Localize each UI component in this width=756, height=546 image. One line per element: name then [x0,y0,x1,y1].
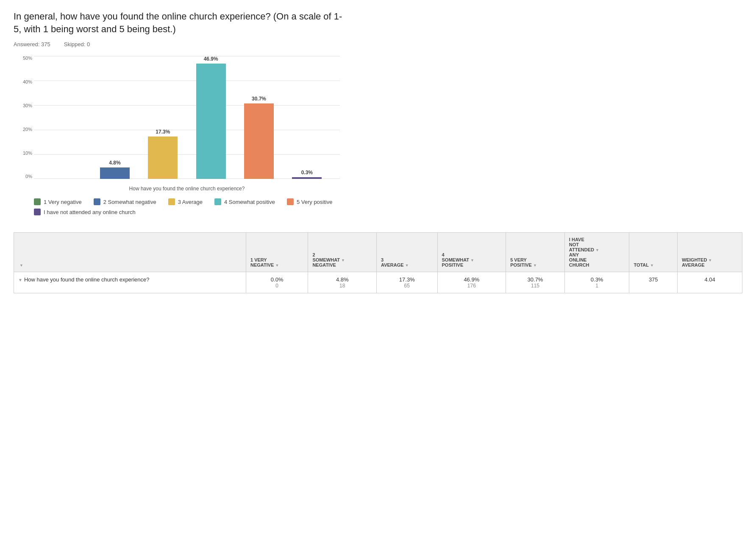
expand-arrow[interactable]: ▼ [18,278,22,282]
bar [292,177,322,179]
td-not-attended: 0.3%1 [564,272,629,293]
td-very-positive: 30.7%115 [506,272,565,293]
td-very-negative: 0.0%0 [246,272,308,293]
sort-arrow[interactable]: ▼ [533,263,537,267]
chart-legend: 1 Very negative2 Somewhat negative3 Aver… [34,198,344,215]
question-title: In general, how have you found the onlin… [14,10,344,35]
bar-group-5: 0.3% [287,170,327,179]
x-axis-label: How have you found the online church exp… [34,186,340,192]
td-question: ▼How have you found the online church ex… [14,272,246,293]
th-very-positive: 5 VERYPOSITIVE▼ [506,233,565,272]
bar [196,64,226,179]
bar-value-label: 17.3% [156,129,170,135]
bar-group-3: 46.9% [191,56,231,179]
th-somewhat-positive: 4SOMEWHAT▼POSITIVE [437,233,506,272]
legend-item: 3 Average [168,198,203,205]
legend-label: 2 Somewhat negative [103,199,156,205]
bars-row: 4.8%17.3%46.9%30.7%0.3% [34,56,340,179]
sort-arrow[interactable]: ▼ [708,258,712,262]
skipped-label: Skipped: 0 [64,41,90,47]
legend-item: I have not attended any online church [34,209,136,215]
y-label-0: 0% [25,174,32,179]
th-total: TOTAL▼ [629,233,678,272]
chart-container: 50% 40% 30% 20% 10% 0% 4. [14,56,344,215]
y-label-40: 40% [23,80,32,84]
table-header-row: ▼ 1 VERYNEGATIVE▼ 2SOMEWHAT▼NEGATIVE 3AV… [14,233,742,272]
bar-value-label: 0.3% [301,170,313,176]
bar [148,136,178,179]
bar-group-0 [47,177,87,179]
td-total: 375 [629,272,678,293]
stats-row: Answered: 375 Skipped: 0 [14,41,742,47]
sort-arrow[interactable]: ▼ [650,263,654,267]
th-question: ▼ [14,233,246,272]
legend-label: I have not attended any online church [44,209,136,215]
legend-label: 3 Average [178,199,203,205]
legend-swatch [214,198,221,205]
legend-item: 5 Very positive [287,198,333,205]
sort-arrow[interactable]: ▼ [405,263,409,267]
y-axis: 50% 40% 30% 20% 10% 0% [14,56,32,179]
bar-group-1: 4.8% [94,160,135,179]
bar-value-label: 30.7% [252,96,266,102]
legend-swatch [94,198,100,205]
sort-arrow[interactable]: ▼ [275,263,279,267]
th-average: 3AVERAGE▼ [377,233,437,272]
bar-value-label: 46.9% [204,56,218,62]
table-row: ▼How have you found the online church ex… [14,272,742,293]
td-weighted-avg: 4.04 [678,272,742,293]
td-somewhat-positive: 46.9%176 [437,272,506,293]
legend-item: 4 Somewhat positive [214,198,275,205]
legend-swatch [287,198,294,205]
y-label-20: 20% [23,127,32,132]
sort-arrow[interactable]: ▼ [19,263,23,267]
y-label-30: 30% [23,103,32,108]
td-somewhat-negative: 4.8%18 [308,272,377,293]
bar [244,103,274,179]
sort-arrow[interactable]: ▼ [470,258,474,262]
y-label-10: 10% [23,151,32,156]
legend-item: 2 Somewhat negative [94,198,156,205]
th-somewhat-negative: 2SOMEWHAT▼NEGATIVE [308,233,377,272]
data-table: ▼ 1 VERYNEGATIVE▼ 2SOMEWHAT▼NEGATIVE 3AV… [14,232,742,293]
y-label-50: 50% [23,56,32,61]
td-average: 17.3%65 [377,272,437,293]
legend-label: 5 Very positive [297,199,333,205]
legend-swatch [34,209,41,215]
sort-arrow[interactable]: ▼ [595,248,599,252]
bar-group-4: 30.7% [239,96,279,179]
legend-label: 4 Somewhat positive [224,199,275,205]
th-very-negative: 1 VERYNEGATIVE▼ [246,233,308,272]
chart-area: 50% 40% 30% 20% 10% 0% 4. [34,56,340,192]
grid-and-bars: 4.8%17.3%46.9%30.7%0.3% How have you fou… [34,56,340,192]
bar [100,167,130,179]
legend-swatch [168,198,175,205]
sort-arrow[interactable]: ▼ [341,258,345,262]
bar-value-label: 4.8% [109,160,120,166]
legend-swatch [34,198,41,205]
answered-label: Answered: 375 [14,41,50,47]
legend-label: 1 Very negative [44,199,82,205]
th-weighted-avg: WEIGHTED▼AVERAGE [678,233,742,272]
th-not-attended: I HAVENOTATTENDED▼ANYONLINECHURCH [564,233,629,272]
bar-group-2: 17.3% [143,129,183,179]
legend-item: 1 Very negative [34,198,82,205]
